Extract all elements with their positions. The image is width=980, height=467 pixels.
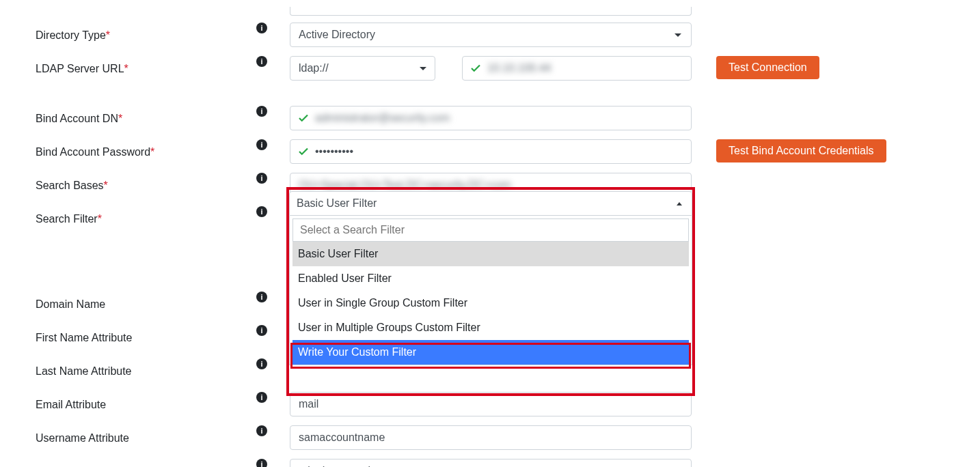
protocol-value: ldap:// bbox=[299, 62, 329, 74]
info-icon[interactable] bbox=[256, 173, 267, 184]
truncated-top-input[interactable] bbox=[290, 7, 692, 16]
dropdown-option-basic-user-filter[interactable]: Basic User Filter bbox=[292, 242, 689, 266]
directory-type-value: Active Directory bbox=[299, 29, 375, 41]
info-icon[interactable] bbox=[256, 392, 267, 403]
required-asterisk: * bbox=[118, 113, 122, 125]
info-icon[interactable] bbox=[256, 459, 267, 467]
bind-account-password-input[interactable]: •••••••••• bbox=[290, 139, 692, 164]
server-host-value: 10.10.100.44 bbox=[487, 62, 551, 74]
bind-account-dn-input[interactable]: administrator@security.com bbox=[290, 106, 692, 130]
required-asterisk: * bbox=[104, 180, 108, 192]
required-asterisk: * bbox=[106, 29, 110, 42]
directory-type-select[interactable]: Active Directory bbox=[290, 23, 692, 47]
server-host-input[interactable]: 10.10.100.44 bbox=[462, 56, 692, 81]
checkmark-icon bbox=[297, 145, 310, 160]
protocol-select[interactable]: ldap:// bbox=[290, 56, 435, 81]
bind-account-dn-value: administrator@security.com bbox=[315, 112, 450, 124]
info-icon[interactable] bbox=[256, 139, 267, 150]
info-icon[interactable] bbox=[256, 292, 267, 302]
label-bind-account-password: Bind Account Password bbox=[36, 146, 150, 158]
label-directory-type: Directory Type bbox=[36, 29, 106, 42]
dropdown-option-multiple-groups-filter[interactable]: User in Multiple Groups Custom Filter bbox=[292, 315, 689, 340]
checkmark-icon bbox=[297, 112, 310, 127]
checkmark-icon bbox=[469, 62, 482, 77]
search-filter-dropdown-panel: Basic User Filter Enabled User Filter Us… bbox=[289, 216, 692, 365]
search-bases-value: OU=Special,OU=Test,DC=security,DC=com bbox=[299, 179, 511, 191]
row-email-attr: Email Attribute mail bbox=[36, 392, 980, 425]
label-domain-name: Domain Name bbox=[36, 298, 105, 311]
row-bind-account-dn: Bind Account DN* administrator@security.… bbox=[36, 106, 980, 139]
label-username-attr: Username Attribute bbox=[36, 432, 129, 444]
search-filter-dropdown[interactable]: Basic User Filter Basic User Filter Enab… bbox=[289, 191, 692, 365]
username-attr-value: samaccountname bbox=[299, 431, 385, 444]
row-username-attr: Username Attribute samaccountname bbox=[36, 425, 980, 459]
search-filter-selected: Basic User Filter bbox=[297, 197, 377, 210]
row-directory-type: Directory Type* Active Directory bbox=[36, 23, 980, 56]
username-attr-input[interactable]: samaccountname bbox=[290, 425, 692, 450]
search-filter-search-input[interactable] bbox=[292, 218, 689, 242]
label-first-name-attr: First Name Attribute bbox=[36, 332, 132, 344]
info-icon[interactable] bbox=[256, 106, 267, 117]
required-asterisk: * bbox=[98, 213, 102, 225]
dropdown-option-single-group-filter[interactable]: User in Single Group Custom Filter bbox=[292, 291, 689, 315]
search-filter-dropdown-toggle[interactable]: Basic User Filter bbox=[289, 191, 692, 216]
test-bind-credentials-button[interactable]: Test Bind Account Credentials bbox=[716, 139, 886, 162]
dropdown-option-write-custom-filter[interactable]: Write Your Custom Filter bbox=[292, 340, 689, 365]
required-asterisk: * bbox=[150, 146, 154, 158]
bind-account-password-value: •••••••••• bbox=[315, 145, 353, 158]
email-attr-value: mail bbox=[299, 398, 318, 410]
phone-attr-input[interactable]: telephonenumber bbox=[290, 459, 692, 467]
required-asterisk: * bbox=[124, 63, 128, 75]
row-ldap-server-url: LDAP Server URL* ldap:// 10.10.100.44 Te… bbox=[36, 56, 980, 89]
label-search-filter: Search Filter bbox=[36, 213, 98, 225]
row-phone-attr: Phone Attribute telephonenumber bbox=[36, 459, 980, 467]
label-bind-account-dn: Bind Account DN bbox=[36, 113, 118, 125]
info-icon[interactable] bbox=[256, 206, 267, 217]
email-attr-input[interactable]: mail bbox=[290, 392, 692, 416]
info-icon[interactable] bbox=[256, 56, 267, 67]
info-icon[interactable] bbox=[256, 325, 267, 336]
label-search-bases: Search Bases bbox=[36, 180, 104, 192]
label-last-name-attr: Last Name Attribute bbox=[36, 365, 132, 378]
info-icon[interactable] bbox=[256, 23, 267, 33]
dropdown-option-enabled-user-filter[interactable]: Enabled User Filter bbox=[292, 266, 689, 291]
info-icon[interactable] bbox=[256, 425, 267, 436]
info-icon[interactable] bbox=[256, 358, 267, 369]
label-email-attr: Email Attribute bbox=[36, 399, 106, 411]
label-ldap-server-url: LDAP Server URL bbox=[36, 63, 124, 75]
test-connection-button[interactable]: Test Connection bbox=[716, 56, 819, 79]
row-bind-account-password: Bind Account Password* •••••••••• Test B… bbox=[36, 139, 980, 173]
